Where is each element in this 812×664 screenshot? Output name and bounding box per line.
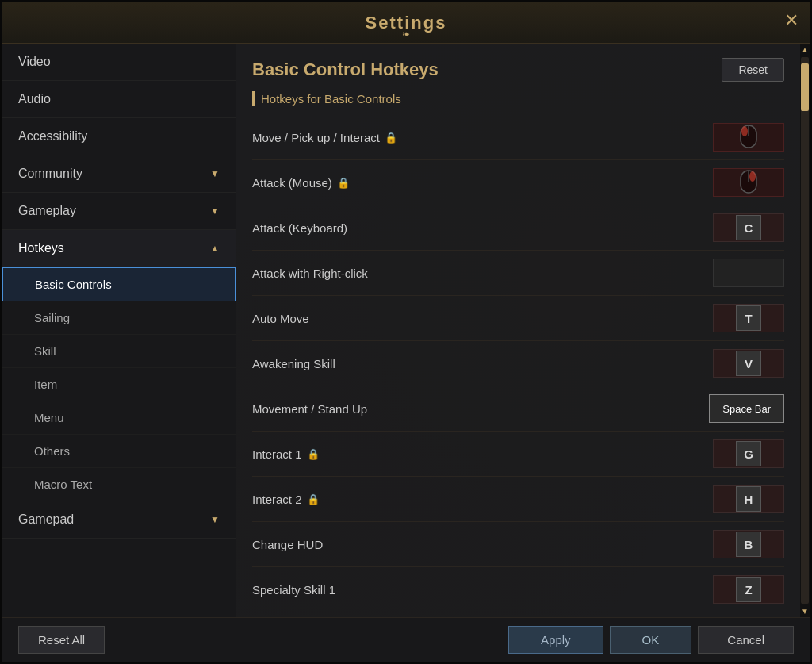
- table-row: Specialty Skill 2 X: [252, 612, 784, 617]
- key-binding-button[interactable]: C: [713, 213, 784, 242]
- cancel-button[interactable]: Cancel: [698, 626, 794, 654]
- svg-rect-2: [741, 126, 748, 136]
- sidebar-item-menu[interactable]: Menu: [2, 401, 236, 435]
- sidebar-label-gamepad: Gamepad: [18, 512, 74, 527]
- key-binding-button[interactable]: [713, 168, 784, 197]
- table-row: Attack (Keyboard) C: [252, 205, 784, 251]
- key-binding-button[interactable]: Z: [713, 575, 784, 604]
- sidebar-item-basic-controls[interactable]: Basic Controls: [2, 267, 236, 301]
- sidebar-item-skill[interactable]: Skill: [2, 335, 236, 368]
- title-bar: Settings ❧ ✕: [2, 2, 810, 44]
- hotkey-name: Change HUD: [252, 538, 323, 551]
- sidebar-item-audio[interactable]: Audio: [2, 81, 236, 118]
- hotkey-label: Move / Pick up / Interact: [252, 131, 380, 144]
- hotkey-binding[interactable]: [689, 123, 784, 152]
- hotkey-binding[interactable]: B: [689, 530, 784, 558]
- apply-button[interactable]: Apply: [508, 626, 603, 654]
- key-binding-button[interactable]: T: [713, 304, 784, 332]
- sidebar-label-gameplay: Gameplay: [18, 204, 76, 218]
- hotkey-label: Interact 1: [252, 447, 302, 461]
- table-row: Change HUD B: [252, 522, 784, 567]
- hotkey-label: Awakening Skill: [252, 357, 335, 370]
- section-label-text: Hotkeys for Basic Controls: [261, 92, 401, 106]
- hotkey-binding[interactable]: T: [689, 304, 784, 332]
- mouse-icon: [740, 170, 757, 195]
- key-letter: G: [736, 441, 761, 466]
- sidebar-item-sailing[interactable]: Sailing: [2, 301, 236, 335]
- hotkey-binding[interactable]: [689, 259, 784, 287]
- chevron-down-icon: ▼: [210, 514, 220, 525]
- hotkey-binding[interactable]: [689, 168, 784, 197]
- hotkey-label: Interact 2: [252, 493, 302, 506]
- lock-icon: 🔒: [337, 177, 350, 189]
- key-letter: H: [736, 486, 761, 512]
- hotkey-label: Change HUD: [252, 538, 323, 551]
- sidebar-item-item[interactable]: Item: [2, 368, 236, 401]
- table-row: Specialty Skill 1 Z: [252, 567, 784, 612]
- table-row: Interact 2 🔒 H: [252, 477, 784, 522]
- lock-icon: 🔒: [307, 493, 320, 505]
- scroll-down-button[interactable]: ▼: [801, 607, 809, 616]
- content-area: Video Audio Accessibility Community ▼ Ga…: [2, 44, 810, 617]
- hotkey-binding[interactable]: G: [689, 439, 784, 468]
- hotkey-label: Specialty Skill 1: [252, 583, 335, 597]
- scroll-up-button[interactable]: ▲: [801, 45, 809, 54]
- key-binding-button[interactable]: [713, 123, 784, 152]
- sidebar-label-audio: Audio: [18, 92, 51, 106]
- svg-rect-5: [749, 171, 756, 182]
- hotkeys-list: Move / Pick up / Interact 🔒: [236, 115, 800, 617]
- sidebar-item-accessibility[interactable]: Accessibility: [2, 118, 236, 155]
- hotkey-name: Interact 1 🔒: [252, 447, 320, 461]
- table-row: Awakening Skill V: [252, 341, 784, 386]
- hotkey-label: Movement / Stand Up: [252, 402, 367, 416]
- hotkey-label: Auto Move: [252, 312, 309, 325]
- hotkey-binding[interactable]: V: [689, 349, 784, 378]
- table-row: Attack with Right-click: [252, 251, 784, 296]
- key-binding-button[interactable]: Space Bar: [709, 394, 784, 423]
- sidebar-label-item: Item: [34, 378, 57, 391]
- sidebar-item-macro-text[interactable]: Macro Text: [2, 468, 236, 501]
- key-letter: B: [736, 532, 761, 557]
- key-binding-button[interactable]: H: [713, 485, 784, 513]
- sidebar-item-gamepad[interactable]: Gamepad ▼: [2, 501, 236, 539]
- key-letter: T: [736, 305, 761, 331]
- hotkey-name: Attack with Right-click: [252, 267, 368, 280]
- modal-overlay: Settings ❧ ✕ Video Audio Accessibility C…: [0, 0, 812, 664]
- hotkey-name: Attack (Mouse) 🔒: [252, 176, 350, 190]
- lock-icon: 🔒: [385, 132, 397, 144]
- sidebar-item-gameplay[interactable]: Gameplay ▼: [2, 193, 236, 230]
- hotkey-binding[interactable]: Z: [689, 575, 784, 604]
- key-binding-button[interactable]: V: [713, 349, 784, 378]
- sidebar-item-hotkeys[interactable]: Hotkeys ▲: [2, 230, 236, 267]
- sidebar-item-community[interactable]: Community ▼: [2, 155, 236, 193]
- table-row: Interact 1 🔒 G: [252, 432, 784, 477]
- sidebar-item-others[interactable]: Others: [2, 435, 236, 468]
- key-binding-button[interactable]: [713, 259, 784, 287]
- sidebar-label-hotkeys: Hotkeys: [18, 241, 64, 255]
- hotkey-label: Attack with Right-click: [252, 267, 368, 280]
- mouse-icon: [740, 125, 757, 150]
- key-binding-button[interactable]: G: [713, 439, 784, 468]
- hotkey-label: Attack (Keyboard): [252, 221, 347, 235]
- scrollbar-track[interactable]: ▲ ▼: [800, 44, 810, 617]
- hotkey-binding[interactable]: Space Bar: [689, 394, 784, 423]
- sidebar-label-video: Video: [18, 55, 51, 69]
- footer: Reset All Apply OK Cancel: [2, 617, 810, 662]
- title-decoration: ❧: [402, 29, 410, 40]
- chevron-up-icon: ▲: [210, 243, 220, 254]
- hotkey-binding[interactable]: C: [689, 213, 784, 242]
- table-row: Movement / Stand Up Space Bar: [252, 386, 784, 432]
- sidebar-label-basic-controls: Basic Controls: [35, 278, 112, 291]
- ok-button[interactable]: OK: [610, 626, 692, 654]
- reset-button[interactable]: Reset: [722, 58, 784, 82]
- sidebar-label-macro-text: Macro Text: [34, 478, 92, 491]
- section-label: Hotkeys for Basic Controls: [236, 91, 800, 115]
- hotkey-name: Attack (Keyboard): [252, 221, 347, 235]
- sidebar-item-video[interactable]: Video: [2, 44, 236, 81]
- hotkey-name: Awakening Skill: [252, 357, 335, 370]
- scrollbar-thumb[interactable]: [801, 63, 809, 111]
- reset-all-button[interactable]: Reset All: [18, 626, 105, 654]
- close-button[interactable]: ✕: [784, 12, 799, 29]
- key-binding-button[interactable]: B: [713, 530, 784, 558]
- hotkey-binding[interactable]: H: [689, 485, 784, 513]
